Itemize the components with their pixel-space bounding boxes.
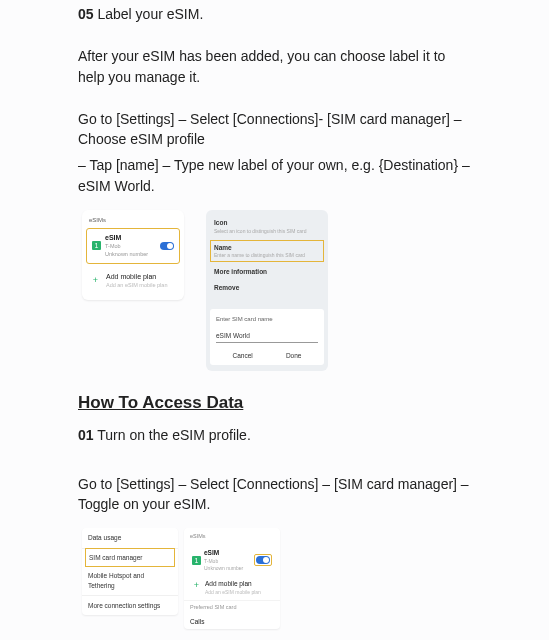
esim-row[interactable]: 1 eSIM T-Mob Unknown number [86, 228, 180, 264]
add-plan-sub-2: Add an eSIM mobile plan [205, 589, 261, 596]
remove-row[interactable]: Remove [212, 280, 322, 295]
step-01: 01 Turn on the eSIM profile. [78, 425, 471, 445]
paragraph-toggle-esim: Go to [Settings] – Select [Connections] … [78, 474, 471, 515]
more-connection-row[interactable]: More connection settings [82, 596, 178, 615]
plus-icon-2: + [192, 579, 201, 592]
icon-title: Icon [214, 218, 320, 227]
figure-access-data: Data usage SIM card manager Mobile Hotsp… [82, 528, 471, 629]
done-button[interactable]: Done [286, 351, 302, 360]
data-usage-row[interactable]: Data usage [82, 528, 178, 548]
esim-toggle-highlight[interactable] [254, 554, 272, 566]
step-05-num: 05 [78, 6, 94, 22]
sim-list-header: eSIMs [82, 214, 184, 228]
section-access-data: How To Access Data [78, 391, 471, 416]
step-01-num: 01 [78, 427, 94, 443]
icon-block[interactable]: Icon Select an icon to distinguish this … [212, 215, 322, 238]
step-01-text: Turn on the eSIM profile. [97, 427, 251, 443]
sim-detail-panel: Icon Select an icon to distinguish this … [206, 210, 328, 371]
document-body: 05 Label your eSIM. After your eSIM has … [0, 4, 549, 629]
esim-carrier: T-Mob [105, 243, 156, 251]
add-plan-label: Add mobile plan [106, 272, 167, 282]
esim-label-2: eSIM [204, 548, 251, 557]
esim-row-2[interactable]: 1 eSIM T-Mob Unknown number [188, 545, 276, 575]
more-info-label: More information [214, 267, 320, 276]
add-plan-label-2: Add mobile plan [205, 579, 261, 588]
paragraph-tap-name: – Tap [name] – Type new label of your ow… [78, 155, 471, 196]
name-sub: Enter a name to distinguish this SIM car… [214, 252, 320, 259]
add-mobile-plan-row[interactable]: + Add mobile plan Add an eSIM mobile pla… [86, 268, 180, 294]
sim-card-manager-row[interactable]: SIM card manager [85, 548, 175, 567]
preferred-sim-header: Preferred SIM card [184, 600, 280, 614]
sim-name-input[interactable]: eSIM World [216, 329, 318, 343]
add-plan-sub: Add an eSIM mobile plan [106, 282, 167, 290]
name-block-highlight[interactable]: Name Enter a name to distinguish this SI… [210, 240, 324, 263]
sim-manager-header: eSIMs [184, 531, 280, 543]
esim-toggle-2[interactable] [256, 556, 270, 564]
cancel-button[interactable]: Cancel [233, 351, 253, 360]
enter-name-label: Enter SIM card name [216, 315, 318, 324]
more-info-row[interactable]: More information [212, 264, 322, 279]
sim-badge-icon: 1 [92, 241, 101, 250]
step-05: 05 Label your eSIM. [78, 4, 471, 24]
plus-icon: + [91, 274, 100, 287]
remove-label: Remove [214, 283, 320, 292]
esim-carrier-2: T-Mob [204, 558, 251, 565]
esim-toggle[interactable] [160, 242, 174, 250]
paragraph-goto-sim-manager: Go to [Settings] – Select [Connections]-… [78, 109, 471, 150]
paragraph-after-added: After your eSIM has been added, you can … [78, 46, 471, 87]
sim-list-panel: eSIMs 1 eSIM T-Mob Unknown number + Add … [82, 210, 184, 300]
icon-sub: Select an icon to distinguish this SIM c… [214, 228, 320, 235]
esim-text: eSIM T-Mob Unknown number [105, 233, 156, 259]
esim-label: eSIM [105, 233, 156, 243]
hotspot-row[interactable]: Mobile Hotspot and Tethering [82, 566, 178, 596]
name-title: Name [214, 243, 320, 252]
calls-row[interactable]: Calls [184, 614, 280, 629]
sim-manager-panel: eSIMs 1 eSIM T-Mob Unknown number + Add … [184, 528, 280, 629]
esim-number: Unknown number [105, 251, 156, 259]
add-plan-row-2[interactable]: + Add mobile plan Add an eSIM mobile pla… [188, 577, 276, 598]
name-input-dialog: Enter SIM card name eSIM World Cancel Do… [210, 309, 324, 365]
sim-badge-icon-2: 1 [192, 556, 201, 565]
figure-label-esim: eSIMs 1 eSIM T-Mob Unknown number + Add … [82, 210, 471, 371]
step-05-text: Label your eSIM. [97, 6, 203, 22]
esim-number-2: Unknown number [204, 565, 251, 572]
connections-panel: Data usage SIM card manager Mobile Hotsp… [82, 528, 178, 615]
